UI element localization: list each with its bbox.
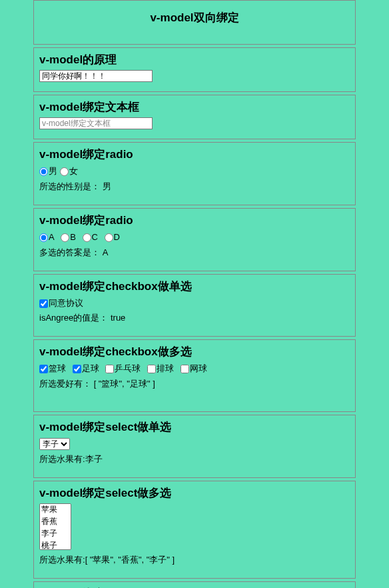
radio-d[interactable] bbox=[105, 233, 113, 242]
section-radio-answer: v-model绑定radio A B C D 多选的答案是： A bbox=[33, 208, 356, 271]
label-c: C bbox=[92, 232, 98, 242]
select-fruit-single[interactable]: 李子 bbox=[39, 438, 70, 450]
fruit-single-label: 所选水果有: bbox=[39, 454, 85, 464]
label-a: A bbox=[49, 232, 55, 242]
section-textbox: v-model绑定文本框 bbox=[33, 95, 356, 139]
answer-result-label: 多选的答案是： bbox=[39, 247, 100, 257]
label-b: B bbox=[70, 232, 76, 242]
radio-female[interactable] bbox=[60, 167, 69, 176]
heading-select-single: v-model绑定select做单选 bbox=[39, 419, 350, 435]
heading-textbox: v-model绑定文本框 bbox=[39, 99, 350, 115]
label-agree: 同意协议 bbox=[49, 298, 83, 308]
heading-principle: v-model的原理 bbox=[39, 52, 350, 67]
fruit-single-value: 李子 bbox=[85, 454, 103, 464]
checkbox-volleyball[interactable] bbox=[147, 365, 156, 373]
label-male: 男 bbox=[49, 166, 57, 176]
agree-result-value: true bbox=[111, 313, 125, 323]
agree-result-label: isAngree的值是： bbox=[39, 313, 108, 323]
label-volleyball: 排球 bbox=[157, 363, 174, 373]
label-pingpong: 乒乓球 bbox=[115, 363, 141, 373]
option-peach[interactable]: 桃子 bbox=[40, 540, 71, 550]
checkbox-pingpong[interactable] bbox=[105, 365, 114, 373]
radio-male[interactable] bbox=[39, 167, 48, 176]
label-tennis: 网球 bbox=[190, 363, 207, 373]
radio-a[interactable] bbox=[39, 233, 48, 242]
option-apple[interactable]: 苹果 bbox=[40, 504, 71, 516]
heading-checkbox-single: v-model绑定checkbox做单选 bbox=[39, 279, 350, 294]
select-fruit-multi[interactable]: 苹果 香蕉 李子 桃子 bbox=[39, 503, 71, 550]
label-d: D bbox=[114, 232, 120, 242]
section-textarea: v-model绑定textareat 所写内容是:12312 bbox=[33, 581, 356, 588]
section-checkbox-single: v-model绑定checkbox做单选 同意协议 isAngree的值是： t… bbox=[33, 274, 356, 337]
checkbox-tennis[interactable] bbox=[181, 365, 189, 373]
label-female: 女 bbox=[69, 166, 78, 176]
option-plum[interactable]: 李子 bbox=[40, 528, 71, 540]
hobby-result-label: 所选爱好有： bbox=[39, 379, 91, 389]
section-principle: v-model的原理 bbox=[33, 47, 356, 92]
heading-checkbox-multi: v-model绑定checkbox做多选 bbox=[39, 344, 350, 359]
checkbox-basketball[interactable] bbox=[39, 365, 48, 373]
heading-select-multi: v-model绑定select做多选 bbox=[39, 485, 350, 501]
answer-result-value: A bbox=[103, 247, 109, 257]
heading-radio-answer: v-model绑定radio bbox=[39, 213, 350, 228]
section-select-multi: v-model绑定select做多选 苹果 香蕉 李子 桃子 所选水果有:[ "… bbox=[33, 481, 356, 579]
section-select-single: v-model绑定select做单选 李子 所选水果有:李子 bbox=[33, 415, 356, 478]
fruit-multi-label: 所选水果有: bbox=[39, 555, 85, 565]
page-title: v-model双向绑定 bbox=[33, 0, 356, 45]
heading-radio-gender: v-model绑定radio bbox=[39, 147, 350, 162]
gender-result-label: 所选的性别是： bbox=[39, 181, 100, 191]
principle-input[interactable] bbox=[39, 70, 153, 82]
textbox-input[interactable] bbox=[39, 117, 153, 129]
checkbox-agree[interactable] bbox=[39, 299, 48, 308]
label-football: 足球 bbox=[82, 363, 99, 373]
radio-b[interactable] bbox=[61, 233, 69, 242]
radio-c[interactable] bbox=[83, 233, 91, 242]
fruit-multi-value: [ "苹果", "香蕉", "李子" ] bbox=[85, 555, 175, 565]
label-basketball: 篮球 bbox=[49, 363, 66, 373]
hobby-result-value: [ "篮球", "足球" ] bbox=[94, 379, 155, 389]
section-radio-gender: v-model绑定radio 男 女 所选的性别是： 男 bbox=[33, 142, 356, 205]
gender-result-value: 男 bbox=[103, 181, 111, 191]
checkbox-football[interactable] bbox=[73, 365, 81, 373]
section-checkbox-multi: v-model绑定checkbox做多选 篮球 足球 乒乓球 排球 网球 所选爱… bbox=[33, 339, 356, 412]
option-banana[interactable]: 香蕉 bbox=[40, 516, 71, 528]
